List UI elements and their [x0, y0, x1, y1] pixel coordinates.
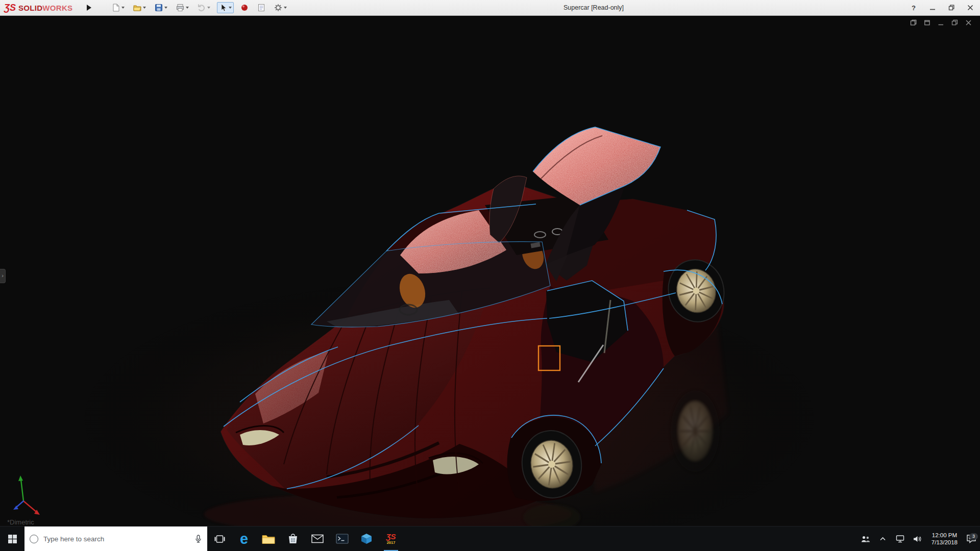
people-button[interactable]: [857, 535, 874, 543]
edge-icon: e: [240, 532, 248, 546]
open-icon: [133, 4, 141, 12]
open-button[interactable]: [131, 2, 148, 13]
mail-icon: [311, 534, 324, 543]
store-button[interactable]: [281, 527, 305, 551]
document-properties-button[interactable]: [255, 2, 267, 13]
solidworks-icon: ƷS 2017: [386, 533, 396, 545]
network-button[interactable]: [892, 535, 909, 543]
appearances-button[interactable]: [238, 2, 251, 13]
orientation-triad: [13, 475, 40, 515]
microphone-icon[interactable]: [194, 535, 202, 543]
windows-taskbar: e: [0, 526, 980, 551]
graphics-viewport[interactable]: ›: [0, 15, 980, 527]
quick-access-toolbar: [110, 2, 289, 13]
solidworks-desktop: { "titlebar": { "logo_glyph": "ƷS", "bra…: [0, 0, 980, 551]
restore-button[interactable]: [947, 3, 956, 13]
document-window-controls: [910, 19, 972, 26]
chevron-down-icon[interactable]: [186, 7, 189, 9]
file-explorer-icon: [262, 534, 275, 544]
system-tray: 12:00 PM 7/13/2018 3: [857, 527, 980, 551]
console-button[interactable]: [330, 527, 354, 551]
taskbar-clock[interactable]: 12:00 PM 7/13/2018: [926, 532, 963, 546]
notification-badge: 3: [969, 533, 978, 540]
3d-model-supercar[interactable]: [0, 15, 980, 527]
volume-button[interactable]: [909, 535, 926, 543]
start-button[interactable]: [0, 527, 24, 551]
save-icon: [155, 4, 163, 12]
options-gear-icon: [274, 4, 282, 12]
task-view-button[interactable]: [207, 527, 232, 551]
select-cursor-icon: [219, 4, 227, 12]
title-bar: ƷS SOLIDWORKS: [0, 0, 980, 16]
doc-icon-2[interactable]: [923, 19, 930, 26]
start-icon: [8, 535, 17, 543]
chevron-down-icon[interactable]: [143, 7, 146, 9]
minimize-icon: [929, 5, 936, 11]
clock-date: 7/13/2018: [932, 539, 958, 546]
new-document-icon: [112, 4, 120, 12]
cad-cube-button[interactable]: [354, 527, 379, 551]
feature-tree-flyout-tab[interactable]: ›: [0, 269, 6, 283]
close-icon: [967, 5, 973, 11]
taskbar-search[interactable]: [24, 527, 207, 551]
document-properties-icon: [257, 4, 265, 12]
door-panel-highlight: [533, 127, 660, 205]
window-controls: ?: [909, 0, 975, 15]
chevron-down-icon[interactable]: [284, 7, 287, 9]
undo-icon: [198, 4, 206, 12]
chevron-down-icon[interactable]: [164, 7, 167, 9]
chevron-down-icon[interactable]: [121, 7, 125, 9]
edge-button[interactable]: e: [232, 527, 256, 551]
mail-button[interactable]: [305, 527, 330, 551]
cortana-circle-icon: [30, 535, 38, 543]
volume-icon: [913, 535, 922, 543]
doc-minimize-icon[interactable]: [937, 19, 944, 26]
restore-icon: [948, 5, 954, 11]
cad-cube-icon: [360, 533, 373, 545]
action-center-button[interactable]: 3: [963, 534, 980, 543]
solidworks-app-button[interactable]: ƷS 2017: [379, 527, 403, 551]
chevron-down-icon[interactable]: [207, 7, 210, 9]
minimize-button[interactable]: [928, 3, 937, 13]
print-button[interactable]: [174, 2, 191, 13]
solidworks-glyph: ƷS: [386, 533, 396, 540]
solidworks-logo: ƷS SOLIDWORKS: [0, 3, 72, 12]
chevron-up-icon: [879, 536, 886, 541]
help-button[interactable]: ?: [909, 3, 918, 13]
task-view-icon: [214, 535, 225, 543]
file-explorer-button[interactable]: [256, 527, 281, 551]
console-icon: [336, 534, 349, 544]
doc-close-icon[interactable]: [965, 19, 972, 26]
print-icon: [176, 4, 184, 12]
doc-restore-icon[interactable]: [951, 19, 958, 26]
doc-icon-1[interactable]: [910, 19, 917, 26]
new-document-button[interactable]: [110, 2, 127, 13]
undo-button[interactable]: [195, 2, 212, 13]
tray-overflow-button[interactable]: [874, 536, 892, 541]
save-button[interactable]: [153, 2, 169, 13]
options-button[interactable]: [272, 2, 289, 13]
search-input[interactable]: [42, 535, 190, 543]
solidworks-year-label: 2017: [387, 541, 396, 545]
people-icon: [861, 535, 870, 543]
clock-time: 12:00 PM: [932, 532, 957, 539]
view-orientation-label: *Dimetric: [7, 518, 34, 526]
chevron-down-icon[interactable]: [229, 7, 232, 9]
brand-solid: SOLID: [18, 4, 42, 12]
brand-works: WORKS: [42, 4, 72, 12]
menu-expand-arrow-icon[interactable]: [87, 5, 91, 11]
store-icon: [287, 533, 299, 545]
close-button[interactable]: [966, 3, 975, 13]
taskbar-apps: e: [207, 527, 403, 551]
network-icon: [896, 535, 904, 543]
appearances-icon: [240, 4, 249, 12]
solidworks-brand-text: SOLIDWORKS: [18, 4, 72, 12]
select-button[interactable]: [217, 2, 234, 13]
window-title: Supercar [Read-only]: [564, 0, 624, 15]
solidworks-logo-icon: ƷS: [4, 3, 16, 12]
